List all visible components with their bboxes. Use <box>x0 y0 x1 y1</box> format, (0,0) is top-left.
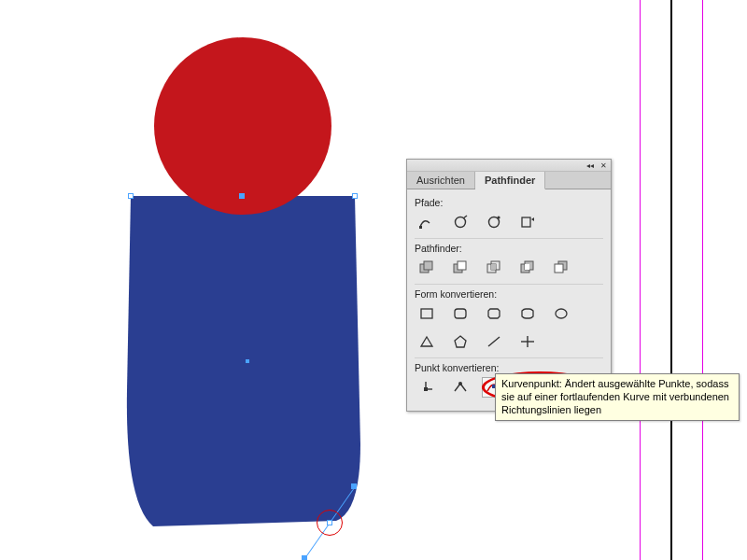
svg-rect-0 <box>419 226 422 229</box>
path-join-icon[interactable] <box>415 212 439 232</box>
shape-roundrect-icon[interactable] <box>448 303 472 324</box>
section-label-pathfinder: Pathfinder: <box>415 243 603 254</box>
blue-shape[interactable] <box>121 194 374 549</box>
section-label-convert-point: Punkt konvertieren: <box>415 362 603 373</box>
path-close-icon[interactable] <box>482 212 506 232</box>
svg-rect-12 <box>491 264 496 270</box>
pf-add-icon[interactable] <box>415 258 439 278</box>
panel-tabs: Ausrichten Pathfinder <box>407 172 611 189</box>
svg-rect-9 <box>458 261 466 270</box>
pf-exclude-icon[interactable] <box>515 258 540 278</box>
guide-black <box>670 0 672 560</box>
tab-align[interactable]: Ausrichten <box>407 172 475 189</box>
anchor-top-mid[interactable] <box>239 193 245 199</box>
path-open-icon[interactable] <box>448 212 472 232</box>
guide-magenta-right <box>702 0 703 560</box>
section-label-paths: Pfade: <box>415 197 603 208</box>
anchor-top-left[interactable] <box>128 193 134 199</box>
panel-close-icon[interactable]: ✕ <box>599 161 608 169</box>
row-convert-shape <box>415 301 603 358</box>
pf-intersect-icon[interactable] <box>482 258 506 278</box>
svg-point-20 <box>556 309 567 318</box>
bezier-handle-end-2[interactable] <box>302 555 307 560</box>
row-pathfinder <box>415 256 603 285</box>
svg-line-21 <box>488 337 500 346</box>
svg-rect-17 <box>555 264 563 273</box>
svg-rect-18 <box>421 309 432 318</box>
tooltip-smooth-point: Kurvenpunkt: Ändert ausgewählte Punkte, … <box>495 373 740 421</box>
panel-menu-icon[interactable]: ◂◂ <box>585 161 595 169</box>
selection-center <box>246 359 249 363</box>
shape-triangle-icon[interactable] <box>415 331 439 352</box>
point-corner-icon[interactable] <box>448 377 472 398</box>
pf-minusback-icon[interactable] <box>549 258 573 278</box>
svg-line-2 <box>463 216 467 218</box>
bezier-handle-end-1[interactable] <box>351 483 357 489</box>
svg-point-3 <box>489 217 500 228</box>
point-plain-icon[interactable] <box>415 377 439 398</box>
red-circle-shape[interactable] <box>154 37 331 215</box>
shape-bevelrect-icon[interactable] <box>482 303 506 324</box>
shape-inverseround-icon[interactable] <box>515 303 540 324</box>
svg-rect-15 <box>525 264 529 270</box>
svg-rect-7 <box>424 261 432 270</box>
path-reverse-icon[interactable] <box>515 212 540 232</box>
svg-rect-5 <box>522 217 530 227</box>
shape-polygon-icon[interactable] <box>448 331 472 352</box>
panel-titlebar[interactable]: ◂◂ ✕ <box>407 160 611 172</box>
anchor-top-right[interactable] <box>352 193 358 199</box>
section-label-convert-shape: Form konvertieren: <box>415 288 603 300</box>
annotation-ring-anchor <box>317 510 343 536</box>
pf-subtract-icon[interactable] <box>448 258 472 278</box>
shape-rect-icon[interactable] <box>415 303 439 324</box>
shape-hline-icon[interactable] <box>515 331 540 352</box>
guide-magenta-left <box>640 0 641 560</box>
row-paths <box>415 210 603 239</box>
tab-pathfinder[interactable]: Pathfinder <box>475 172 545 189</box>
shape-ellipse-icon[interactable] <box>549 303 573 324</box>
svg-point-4 <box>497 216 500 218</box>
svg-point-27 <box>458 382 462 385</box>
svg-rect-19 <box>455 309 466 318</box>
shape-line-icon[interactable] <box>482 331 506 352</box>
svg-rect-26 <box>424 387 428 391</box>
